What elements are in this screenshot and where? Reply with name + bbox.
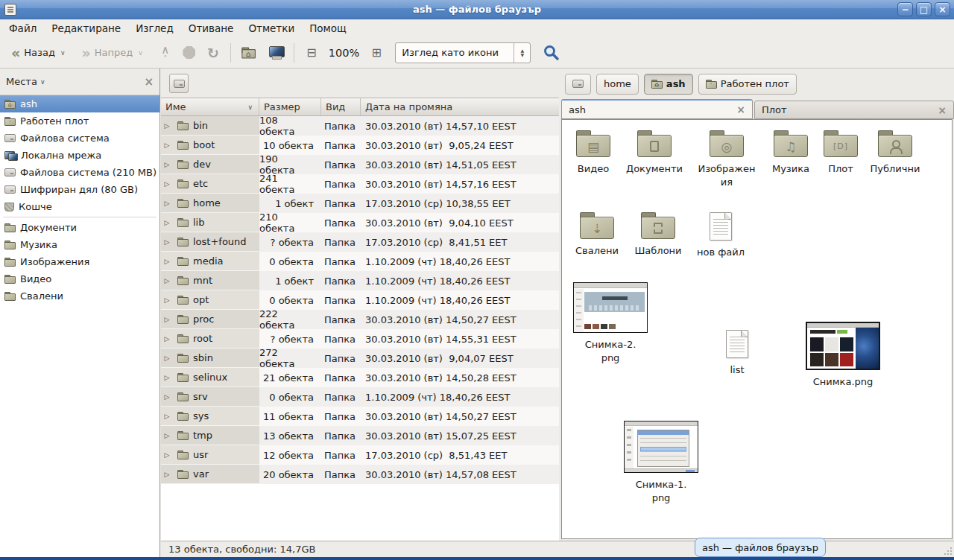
- table-row-lost+found[interactable]: ▷lost+found? обектаПапка17.03.2010 (ср) …: [161, 232, 559, 252]
- menu-item-go[interactable]: Отиване: [181, 19, 241, 37]
- icon-view[interactable]: ▤ВидеоДокументи◎Изображен ия♫Музика[D]Пл…: [561, 119, 953, 539]
- sidebar-item-encrypted-80gb[interactable]: Шифриран дял (80 GB): [0, 181, 159, 198]
- expander-icon[interactable]: ▷: [161, 219, 173, 226]
- sidebar-close-icon[interactable]: ×: [144, 75, 154, 89]
- tab-ash[interactable]: ash×: [561, 99, 753, 119]
- table-row-tmp[interactable]: ▷tmp13 обектаПапка30.03.2010 (вт) 15,07,…: [161, 426, 559, 445]
- sidebar-title[interactable]: Места: [6, 76, 37, 87]
- table-row-srv[interactable]: ▷srv0 обектаПапка1.10.2009 (чт) 18,40,26…: [161, 387, 559, 407]
- tab-close-icon[interactable]: ×: [932, 104, 947, 116]
- sidebar-item-filesystem[interactable]: Файлова система: [0, 130, 159, 147]
- column-header-date[interactable]: Дата на промяна: [361, 98, 559, 115]
- expander-icon[interactable]: ▷: [161, 471, 173, 478]
- file-item-templates[interactable]: Шаблони: [625, 212, 692, 258]
- zoom-in-button[interactable]: ⊞: [365, 42, 388, 64]
- menu-item-help[interactable]: Помощ: [302, 19, 354, 37]
- reload-button[interactable]: ↻: [202, 42, 224, 64]
- file-item-documents[interactable]: Документи: [621, 130, 688, 176]
- forward-dropdown-icon[interactable]: ∨: [138, 49, 143, 57]
- table-row-sbin[interactable]: ▷sbin272 обектаПапка30.03.2010 (вт) 9,04…: [161, 349, 559, 368]
- expander-icon[interactable]: ▷: [161, 374, 173, 381]
- taskbar-window-button[interactable]: ash — файлов браузър: [695, 538, 826, 557]
- expander-icon[interactable]: ▷: [161, 238, 173, 246]
- sidebar-item-pictures[interactable]: Изображения: [0, 253, 159, 270]
- breadcrumb-ash[interactable]: ⌂ash: [644, 74, 693, 95]
- table-row-media[interactable]: ▷media0 обектаПапка1.10.2009 (чт) 18,40,…: [161, 252, 559, 271]
- expander-icon[interactable]: ▷: [161, 432, 173, 439]
- expander-icon[interactable]: ▷: [161, 316, 173, 323]
- file-item-list[interactable]: list: [704, 330, 771, 377]
- up-button[interactable]: ∧∘: [154, 42, 177, 64]
- menu-item-file[interactable]: Файл: [1, 19, 44, 37]
- sidebar-item-videos[interactable]: Видео: [0, 270, 159, 287]
- table-row-lib[interactable]: ▷lib210 обектаПапка30.03.2010 (вт) 9,04,…: [161, 213, 559, 232]
- file-item-videos[interactable]: ▤Видео: [561, 130, 627, 176]
- table-row-dev[interactable]: ▷dev190 обектаПапка30.03.2010 (вт) 14,51…: [161, 155, 559, 174]
- tab-close-icon[interactable]: ×: [730, 104, 745, 115]
- tab-plot[interactable]: Плот×: [754, 101, 954, 119]
- sidebar-item-downloads[interactable]: Свалени: [0, 287, 159, 305]
- sidebar-item-music[interactable]: Музика: [0, 236, 159, 253]
- column-header-size[interactable]: Размер: [259, 98, 321, 115]
- close-button[interactable]: ×: [935, 2, 950, 16]
- home-button[interactable]: ⌂: [234, 39, 262, 67]
- table-row-proc[interactable]: ▷proc222 обектаПапка30.03.2010 (вт) 14,5…: [161, 310, 559, 329]
- breadcrumb-home-dir[interactable]: home: [596, 74, 639, 95]
- expander-icon[interactable]: ▷: [161, 258, 173, 265]
- view-mode-spinner-icon[interactable]: ▲▼: [514, 43, 530, 63]
- menu-item-edit[interactable]: Редактиране: [44, 19, 128, 37]
- file-item-snimka-2[interactable]: Снимка-2. png: [572, 282, 649, 364]
- maximize-button[interactable]: □: [916, 2, 932, 16]
- table-row-usr[interactable]: ▷usr12 обектаПапка17.03.2010 (ср) 8,51,4…: [161, 445, 559, 465]
- sidebar-item-filesystem-210mb[interactable]: Файлова система (210 MB): [0, 164, 159, 181]
- table-row-home[interactable]: ▷home1 обектПапка17.03.2010 (ср) 10,38,5…: [161, 194, 559, 213]
- sidebar-item-documents[interactable]: Документи: [0, 219, 159, 236]
- expander-icon[interactable]: ▷: [161, 180, 173, 188]
- expander-icon[interactable]: ▷: [161, 141, 173, 149]
- expander-icon[interactable]: ▷: [161, 354, 173, 362]
- breadcrumb-root-drive[interactable]: [565, 74, 591, 95]
- file-item-snimka[interactable]: Снимка.png: [804, 322, 882, 389]
- table-row-sys[interactable]: ▷sys11 обектаПапка30.03.2010 (вт) 14,50,…: [161, 407, 559, 426]
- file-item-new-file[interactable]: нов файл: [687, 212, 754, 259]
- table-row-var[interactable]: ▷var20 обектаПапка30.03.2010 (вт) 14,57,…: [161, 465, 559, 484]
- expander-icon[interactable]: ▷: [161, 413, 173, 420]
- expander-icon[interactable]: ▷: [161, 122, 173, 130]
- search-button[interactable]: [540, 42, 562, 64]
- back-dropdown-icon[interactable]: ∨: [60, 49, 66, 57]
- resize-grip[interactable]: [944, 547, 953, 556]
- menu-item-view[interactable]: Изглед: [128, 19, 181, 37]
- expander-icon[interactable]: ▷: [161, 161, 173, 168]
- expander-icon[interactable]: ▷: [161, 451, 173, 459]
- expander-icon[interactable]: ▷: [161, 296, 173, 304]
- expander-icon[interactable]: ▷: [161, 335, 173, 343]
- stop-button[interactable]: [178, 42, 200, 64]
- file-item-downloads[interactable]: ⇣Свалени: [563, 212, 631, 258]
- minimize-button[interactable]: −: [897, 2, 913, 16]
- column-header-type[interactable]: Вид: [321, 98, 361, 115]
- zoom-out-button[interactable]: ⊟: [300, 42, 323, 64]
- table-row-selinux[interactable]: ▷selinux21 обектаПапка30.03.2010 (вт) 14…: [161, 368, 559, 387]
- sidebar-item-network[interactable]: Локална мрежа: [0, 147, 159, 164]
- file-item-snimka-1[interactable]: Снимка-1. png: [622, 421, 700, 504]
- breadcrumb-desktop[interactable]: ·Работен плот: [698, 74, 797, 95]
- table-row-bin[interactable]: ▷bin108 обектаПапка30.03.2010 (вт) 14,57…: [161, 116, 559, 136]
- table-row-opt[interactable]: ▷opt0 обектаПапка1.10.2009 (чт) 18,40,26…: [161, 290, 559, 310]
- table-row-etc[interactable]: ▷etc241 обектаПапка30.03.2010 (вт) 14,57…: [161, 174, 559, 194]
- expander-icon[interactable]: ▷: [161, 200, 173, 207]
- file-item-pictures[interactable]: ◎Изображен ия: [693, 130, 760, 188]
- expander-icon[interactable]: ▷: [161, 393, 173, 401]
- table-row-mnt[interactable]: ▷mnt1 обектПапка1.10.2009 (чт) 18,40,26 …: [161, 271, 559, 290]
- table-row-root[interactable]: ▷root? обектаПапка30.03.2010 (вт) 14,55,…: [161, 329, 559, 349]
- file-item-public[interactable]: Публични: [862, 130, 929, 176]
- sidebar-chevron-icon[interactable]: ∨: [40, 78, 45, 86]
- sidebar-item-trash[interactable]: Кошче: [0, 198, 159, 215]
- root-location-button[interactable]: [169, 74, 189, 93]
- sidebar-item-home[interactable]: ⌂ash: [0, 95, 159, 112]
- back-button[interactable]: « Назад ∨: [6, 44, 70, 61]
- forward-button[interactable]: » Напред ∨: [76, 44, 148, 61]
- expander-icon[interactable]: ▷: [161, 277, 173, 284]
- column-header-name[interactable]: Име ∨: [161, 98, 259, 115]
- menu-item-bookmarks[interactable]: Отметки: [241, 19, 302, 37]
- computer-button[interactable]: [265, 42, 288, 64]
